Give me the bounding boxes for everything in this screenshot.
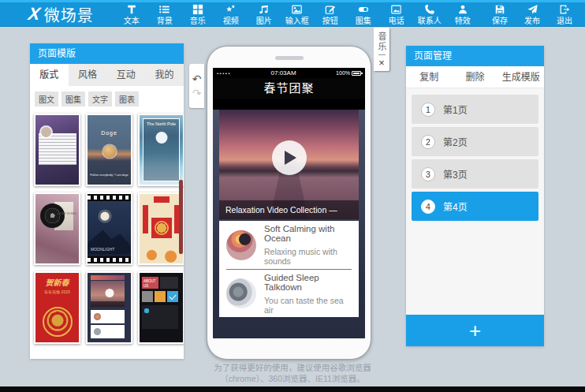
tool-label: 图集 (356, 17, 371, 26)
page-action-button[interactable]: 复制 (406, 66, 452, 88)
track-subtitle: Relaxing music with sounds (264, 247, 352, 266)
page-number-badge: 3 (421, 167, 435, 181)
footer-line-1: 为了获得更好的使用，建议使用谷歌浏览器 (0, 363, 585, 374)
template-thumbnail[interactable] (34, 114, 80, 186)
app-logo[interactable]: X 微场景 (28, 3, 94, 26)
page-label: 第4页 (443, 200, 468, 213)
template-tab[interactable]: 我的 (145, 64, 184, 86)
image2-icon (390, 4, 402, 16)
template-panel-scrollbar[interactable] (179, 180, 183, 254)
page-label: 第2页 (443, 135, 468, 148)
page-manager-panel: 页面管理 复制删除生成模版 1 第1页 2 第2页 3 第3页 4 (406, 46, 544, 346)
toolbar-tool[interactable]: 视频 (217, 3, 245, 26)
tool-label: 联系人 (418, 17, 442, 26)
template-thumbnail[interactable]: 贺新春 年年有鱼 2015 (34, 271, 80, 344)
filter-chip[interactable]: 文字 (88, 91, 112, 106)
signal-dots-icon: ••••• (217, 71, 231, 76)
toolbar-action[interactable]: 退出 (550, 3, 579, 26)
page-manager-title: 页面管理 (406, 46, 544, 66)
template-thumbnail[interactable]: MOONLIGHT (86, 192, 132, 265)
template-thumbnail[interactable] (86, 271, 132, 344)
template-thumbnail[interactable] (138, 192, 184, 265)
redo-icon[interactable]: ↷ (192, 88, 202, 99)
toolbar-tool[interactable]: 文本 (117, 3, 146, 26)
toggle-icon (357, 4, 370, 16)
status-time: 07:03AM (231, 69, 336, 77)
action-label: 保存 (492, 17, 508, 26)
template-tab-label: 我的 (155, 69, 174, 80)
toolbar-tool[interactable]: 背景 (151, 3, 179, 26)
track-row[interactable]: Guided Sleep Talkdown You can taste the … (226, 269, 352, 317)
filter-chip[interactable]: 图集 (61, 91, 85, 106)
stars-icon (225, 4, 237, 16)
video-element[interactable]: Relaxation Video Collection — (219, 110, 359, 219)
toolbar-tool[interactable]: 按钮 (316, 3, 345, 26)
play-button-icon[interactable] (272, 140, 307, 175)
template-text-1: 贺新春 (35, 276, 79, 288)
layer-side-tab[interactable]: 音乐 × (374, 28, 389, 71)
action-label: 发布 (524, 17, 540, 26)
page-action-button[interactable]: 生成模版 (498, 66, 544, 88)
tool-label: 文本 (124, 17, 140, 26)
page-list: 1 第1页 2 第2页 3 第3页 4 第4页 (406, 88, 544, 315)
page-action-button[interactable]: 删除 (452, 66, 497, 88)
template-tab[interactable]: 互动 (107, 64, 146, 86)
template-tab[interactable]: 风格 (69, 64, 107, 86)
toolbar-tool[interactable]: 图集 (349, 3, 378, 26)
toolbar-tool[interactable]: 联系人 (415, 3, 444, 26)
add-page-button[interactable]: + (406, 315, 544, 346)
template-preview-art (140, 194, 183, 263)
track-thumbnail (226, 230, 256, 260)
template-preview-art: LOVE SONG (35, 194, 79, 263)
template-text-1: LOVE SONG (58, 211, 76, 215)
browser-recommendation-note: 为了获得更好的使用，建议使用谷歌浏览器 （chrome）、360浏览器、IE11… (0, 363, 585, 385)
tool-label: 图片 (256, 17, 272, 26)
tool-label: 电话 (389, 17, 404, 26)
toolbar-tool[interactable]: 电话 (382, 3, 411, 26)
layer-tab-label: 音乐 (375, 32, 388, 52)
filter-chip[interactable]: 图表 (115, 91, 139, 106)
track-texts: Soft Calming with Ocean Relaxing music w… (264, 224, 352, 266)
toolbar: X 微场景 文本 背景 音乐 视频 图片 (0, 2, 585, 27)
template-preview-art: Doge Follow everybody ! I am doge (88, 115, 131, 185)
template-thumbnail[interactable]: LOVE SONG (34, 192, 80, 265)
template-text-1: ABOUT US (143, 279, 158, 289)
toolbar-tool[interactable]: 输入框 (283, 3, 311, 26)
toolbar-action[interactable]: 保存 (486, 3, 514, 26)
toolbar-tool[interactable]: 音乐 (184, 3, 212, 26)
page-list-item[interactable]: 2 第2页 (412, 127, 538, 156)
template-tab[interactable]: 版式 (30, 64, 69, 86)
template-thumbnail[interactable]: The North Pole (138, 114, 184, 186)
tool-label: 按钮 (322, 17, 338, 26)
edit-icon (325, 4, 336, 16)
close-icon[interactable]: × (378, 58, 385, 68)
toolbar-tool[interactable]: 特效 (449, 3, 477, 26)
template-preview-art: 贺新春 年年有鱼 2015 (35, 273, 79, 342)
template-text-2: Follow everybody ! I am doge (88, 174, 131, 177)
page-number-badge: 1 (421, 103, 435, 117)
template-thumbnail[interactable]: Doge Follow everybody ! I am doge (86, 114, 132, 186)
page-list-item[interactable]: 3 第3页 (412, 159, 538, 189)
text-icon (126, 4, 137, 16)
history-tab: ↶ ↷ (189, 64, 204, 108)
template-grid-clip: Doge Follow everybody ! I am doge The No… (30, 110, 184, 357)
filter-chip[interactable]: 图文 (35, 91, 58, 106)
page-list-item[interactable]: 1 第1页 (412, 95, 538, 124)
battery-icon (352, 71, 361, 76)
page-number-badge: 2 (421, 135, 435, 149)
page-label: 第1页 (443, 103, 468, 116)
page-number-badge: 4 (421, 200, 435, 214)
app-root: X 微场景 文本 背景 音乐 视频 图片 (0, 0, 585, 392)
page-title[interactable]: 春节团聚 (213, 78, 365, 99)
editor-stage: 页面模版 版式 风格 互动 我的 图文图集文字图表 (0, 28, 585, 386)
save-icon (494, 4, 505, 16)
toolbar-action[interactable]: 发布 (518, 3, 546, 26)
template-thumbnail[interactable]: ABOUT US (138, 271, 184, 344)
page-list-item[interactable]: 4 第4页 (412, 192, 538, 221)
toolbar-tool[interactable]: 图片 (250, 3, 278, 26)
undo-icon[interactable]: ↶ (192, 73, 202, 84)
track-row[interactable]: Soft Calming with Ocean Relaxing music w… (226, 221, 352, 269)
template-grid: Doge Follow everybody ! I am doge The No… (30, 110, 184, 344)
template-text-2: 年年有鱼 2015 (35, 289, 79, 294)
phone-statusbar: ••••• 07:03AM 100% (213, 68, 365, 78)
